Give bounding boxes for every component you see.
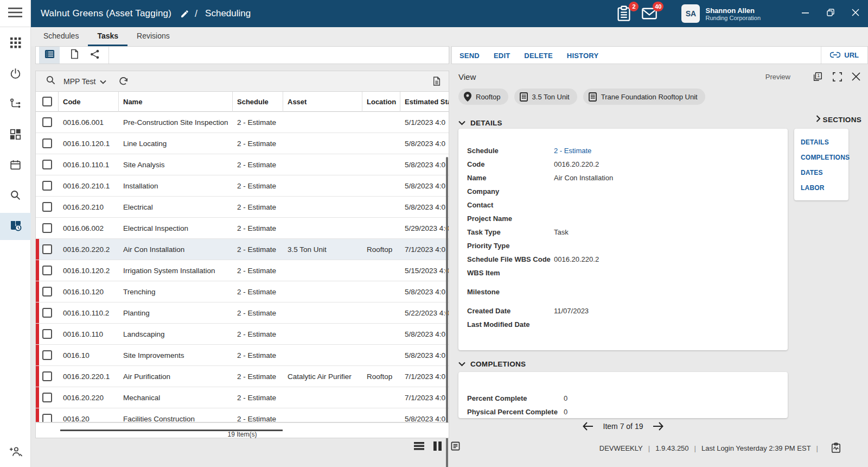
column-header-name[interactable]: Name <box>119 92 233 112</box>
close-detail-button[interactable] <box>852 72 860 81</box>
row-checkbox[interactable] <box>42 202 52 212</box>
field-value: Air Con Installation <box>554 174 613 182</box>
minimize-button[interactable] <box>793 0 818 27</box>
row-checkbox[interactable] <box>42 329 52 339</box>
row-checkbox[interactable] <box>42 371 52 381</box>
previous-item-button[interactable] <box>583 422 593 431</box>
rail-item-scheduling[interactable] <box>0 213 31 240</box>
row-checkbox[interactable] <box>42 160 52 169</box>
row-checkbox[interactable] <box>42 244 52 254</box>
column-header-asset[interactable]: Asset <box>283 92 362 112</box>
table-row[interactable]: 0016.20.210.1Installation2 - Estimate5/8… <box>36 175 449 197</box>
copy-pages-button[interactable]: 1 <box>812 71 823 82</box>
table-row[interactable]: 0016.10.120Trenching2 - Estimate5/8/2023… <box>36 281 449 302</box>
document-panel-icon[interactable] <box>451 441 460 451</box>
column-header-location[interactable]: Location <box>362 92 400 112</box>
column-header-estimated-start[interactable]: Estimated Start <box>400 92 449 112</box>
rail-item-dashboard[interactable] <box>0 122 31 149</box>
edit-project-button[interactable] <box>180 9 189 18</box>
table-row[interactable]: 0016.10.120.2Irrigation System Installat… <box>36 260 449 281</box>
rail-item-calendar[interactable] <box>0 152 31 179</box>
expand-icon[interactable] <box>833 72 842 81</box>
section-link-dates[interactable]: DATES <box>801 169 848 176</box>
table-row[interactable]: 0016.10.110.1Site Analysis2 - Estimate5/… <box>36 154 449 175</box>
cell-code: 0016.10.120.2 <box>59 267 119 275</box>
schedule-filter-dropdown[interactable]: MPP Test <box>63 77 106 86</box>
table-row[interactable]: 0016.20.210Electrical2 - Estimate5/8/202… <box>36 197 449 218</box>
row-checkbox[interactable] <box>42 181 52 191</box>
activity-log-icon[interactable] <box>831 443 841 453</box>
table-row[interactable]: 0016.10Site Improvements2 - Estimate5/8/… <box>36 345 449 366</box>
row-checkbox[interactable] <box>42 414 52 422</box>
grid-search-icon[interactable] <box>46 75 56 87</box>
url-button[interactable]: URL <box>821 47 867 64</box>
close-window-button[interactable] <box>843 0 868 27</box>
details-section-toggle[interactable]: DETAILS <box>458 118 860 128</box>
tab-schedules[interactable]: Schedules <box>34 27 88 46</box>
action-history[interactable]: HISTORY <box>567 52 598 60</box>
horizontal-scrollbar[interactable] <box>60 430 283 431</box>
field-value[interactable]: 2 - Estimate <box>554 147 591 155</box>
rail-item-power[interactable] <box>0 61 31 88</box>
tab-revisions[interactable]: Revisions <box>127 27 179 46</box>
list-view-button[interactable] <box>39 47 60 64</box>
row-checkbox[interactable] <box>42 138 52 148</box>
chip-rooftop[interactable]: Rooftop <box>458 89 508 105</box>
action-delete[interactable]: DELETE <box>524 52 552 60</box>
vertical-scrollbar[interactable] <box>446 157 448 467</box>
rail-item-workflow[interactable] <box>0 91 31 118</box>
select-all-checkbox[interactable] <box>42 97 52 106</box>
table-row[interactable]: 0016.20Facilities Construction2 - Estima… <box>36 408 449 422</box>
tab-tasks[interactable]: Tasks <box>88 27 127 46</box>
rail-item-search[interactable] <box>0 182 31 210</box>
chip-trane-foundation-rooftop-unit[interactable]: Trane Foundation Rooftop Unit <box>583 89 705 105</box>
table-row[interactable]: 0016.06.001Pre-Construction Site Inspect… <box>36 112 449 133</box>
cell-code: 0016.10 <box>59 351 119 359</box>
table-row[interactable]: 0016.20.220Mechanical2 - Estimate7/1/202… <box>36 387 449 408</box>
section-link-labor[interactable]: LABOR <box>801 184 848 192</box>
section-link-details[interactable]: DETAILS <box>801 138 848 146</box>
row-checkbox[interactable] <box>42 223 52 233</box>
refresh-button[interactable] <box>118 76 129 86</box>
rows-view-icon[interactable] <box>414 442 424 450</box>
column-header-code[interactable]: Code <box>59 92 119 112</box>
sections-toggle[interactable]: SECTIONS <box>816 115 861 124</box>
preview-label[interactable]: Preview <box>765 73 790 81</box>
section-link-completions[interactable]: COMPLETIONS <box>801 154 848 161</box>
table-row[interactable]: 0016.10.110.2Planting2 - Estimate5/22/20… <box>36 302 449 324</box>
rail-item-add-user[interactable] <box>0 446 31 459</box>
row-checkbox[interactable] <box>42 266 52 275</box>
rail-item-apps[interactable] <box>0 30 31 58</box>
export-report-button[interactable] <box>432 76 441 86</box>
user-info[interactable]: Shannon Allen Runding Corporation <box>705 7 761 21</box>
action-edit[interactable]: EDIT <box>494 52 510 60</box>
task-detail-panel: SENDEDITDELETEHISTORY URL View Preview 1… <box>451 46 868 437</box>
mail-notification-button[interactable]: 40 <box>641 5 658 22</box>
menu-button[interactable] <box>0 0 31 27</box>
chip-3-5-ton-unit[interactable]: 3.5 Ton Unit <box>514 89 577 105</box>
columns-view-icon[interactable] <box>433 441 442 451</box>
row-checkbox[interactable] <box>42 117 52 127</box>
table-row[interactable]: 0016.10.120.1Line Locating2 - Estimate5/… <box>36 133 449 154</box>
completions-section-toggle[interactable]: COMPLETIONS <box>458 359 526 369</box>
share-button[interactable] <box>85 47 105 64</box>
table-row[interactable]: 0016.06.002Electrical Inspection2 - Esti… <box>36 218 449 239</box>
table-row[interactable]: 0016.20.220.1Air Purification2 - Estimat… <box>36 366 449 387</box>
avatar[interactable]: SA <box>681 4 700 23</box>
details-field: Schedule File WBS Code0016.20.220.2 <box>467 253 788 266</box>
next-item-button[interactable] <box>653 422 663 431</box>
action-send[interactable]: SEND <box>459 52 480 60</box>
details-field: Code0016.20.220.2 <box>467 157 788 171</box>
column-header-schedule[interactable]: Schedule <box>233 92 283 112</box>
row-checkbox[interactable] <box>42 350 52 360</box>
table-row[interactable]: 0016.10.110Landscaping2 - Estimate5/8/20… <box>36 324 449 345</box>
maximize-button[interactable] <box>818 0 843 27</box>
document-view-button[interactable] <box>64 47 85 64</box>
add-user-icon <box>9 446 22 459</box>
tasks-notification-button[interactable]: 2 <box>616 5 633 22</box>
table-row[interactable]: 0016.20.220.2Air Con Installation2 - Est… <box>36 239 449 260</box>
cell-schedule: 2 - Estimate <box>233 118 283 127</box>
row-checkbox[interactable] <box>42 287 52 296</box>
row-checkbox[interactable] <box>42 393 52 402</box>
row-checkbox[interactable] <box>42 308 52 318</box>
